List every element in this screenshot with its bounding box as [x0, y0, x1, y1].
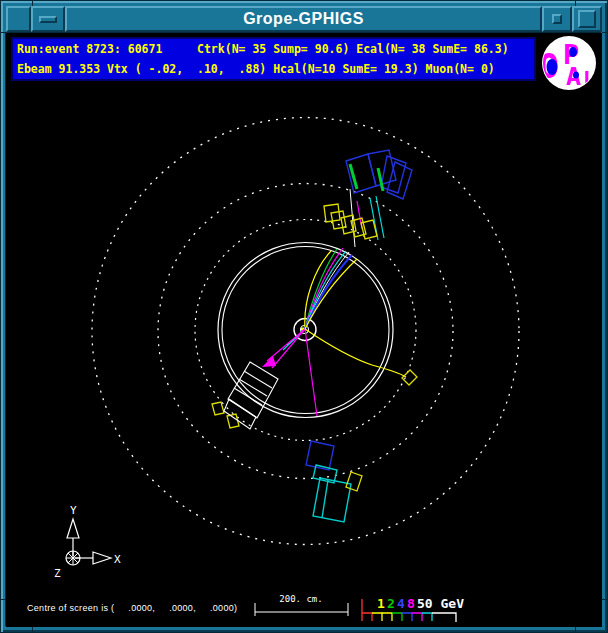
comb-segment: [382, 613, 392, 621]
track: [267, 329, 305, 361]
scale-bar-label: 200. cm.: [279, 594, 322, 604]
frame-seam: [32, 0, 33, 6]
energy-legend-digit: 2: [387, 596, 395, 611]
title-drag-area[interactable]: Grope-GPHIGS: [65, 6, 542, 32]
frame-seam: [575, 627, 576, 633]
ecal-hit: [313, 478, 351, 522]
track: [305, 255, 352, 329]
event-display: O P A L: [6, 33, 602, 627]
window-title: Grope-GPHIGS: [243, 10, 364, 28]
frame-seam: [32, 627, 33, 633]
track: [305, 329, 317, 416]
track-extension: [350, 189, 355, 247]
y-axis-arrowhead: [67, 519, 79, 538]
frame-seam: [575, 0, 576, 6]
energy-scale-legend: 1 2 4 8 50 GeV: [362, 596, 464, 622]
maximize-icon: [578, 10, 596, 28]
frame-seam: [602, 599, 608, 600]
app-window[interactable]: Grope-GPHIGS O P A L: [0, 0, 608, 633]
comb-segment: [422, 613, 432, 621]
comb-segment: [362, 613, 372, 621]
minimize-icon: [552, 14, 562, 24]
hcal-hit: [212, 402, 224, 415]
ecal-hit: [381, 156, 406, 193]
opal-logo-counter: [569, 47, 577, 57]
hcal-hit: [402, 370, 417, 385]
ecal-hit-edge: [322, 480, 328, 518]
track: [272, 329, 305, 368]
comb-segment: [412, 613, 422, 621]
track: [305, 329, 406, 377]
display-canvas[interactable]: O P A L: [6, 33, 602, 627]
axes-gnomon: Y X Z: [54, 504, 121, 580]
titlebar[interactable]: Grope-GPHIGS: [6, 6, 602, 32]
window-menu-button[interactable]: [31, 6, 65, 32]
track: [305, 259, 357, 329]
comb-segment: [392, 613, 402, 621]
x-axis-arrowhead: [93, 552, 111, 564]
ecal-hit: [346, 154, 376, 193]
hcal-hit: [346, 472, 362, 491]
z-axis-label: Z: [54, 567, 61, 580]
comb-segment: [402, 613, 412, 621]
energy-legend-label: 50 GeV: [417, 596, 464, 611]
energy-legend-digit: 8: [407, 596, 415, 611]
track-arrowhead: [262, 356, 276, 367]
x-axis-label: X: [114, 553, 121, 566]
event-info-panel: Run:event 8723: 60671 Ctrk(N= 35 Sump= 9…: [11, 37, 536, 81]
track-extension: [376, 196, 384, 238]
opal-logo: O P A L: [539, 36, 596, 92]
scale-bar: 200. cm.: [255, 594, 348, 616]
opal-logo-counter: [573, 72, 579, 79]
event-info-line1: Run:event 8723: 60671 Ctrk(N= 35 Sump= 9…: [13, 39, 534, 59]
opal-logo-counter: [547, 59, 558, 75]
ecal-clusters: [306, 150, 412, 522]
event-info-line2: Ebeam 91.353 Vtx ( -.02, .10, .88) Hcal(…: [13, 59, 534, 79]
tof-segment-line: [244, 371, 272, 388]
frame-seam: [602, 32, 608, 33]
titlebar-corner-piece[interactable]: [6, 6, 31, 32]
window-menu-icon: [39, 16, 57, 23]
status-centre-text: Centre of screen is ( .0000, .0000, .000…: [27, 603, 237, 613]
comb-segment: [432, 613, 456, 622]
hcal-hit: [227, 414, 239, 428]
y-axis-label: Y: [70, 504, 77, 517]
maximize-button[interactable]: [572, 6, 602, 32]
z-axis-spokes: [66, 551, 80, 565]
energy-legend-digit: 1: [377, 596, 385, 611]
energy-legend-digit: 4: [397, 596, 405, 611]
tof-cluster: [224, 362, 278, 429]
ecal-hit: [387, 162, 412, 199]
minimize-button[interactable]: [542, 6, 572, 32]
comb-segment: [372, 613, 382, 621]
ecal-energy-bar: [350, 164, 357, 189]
